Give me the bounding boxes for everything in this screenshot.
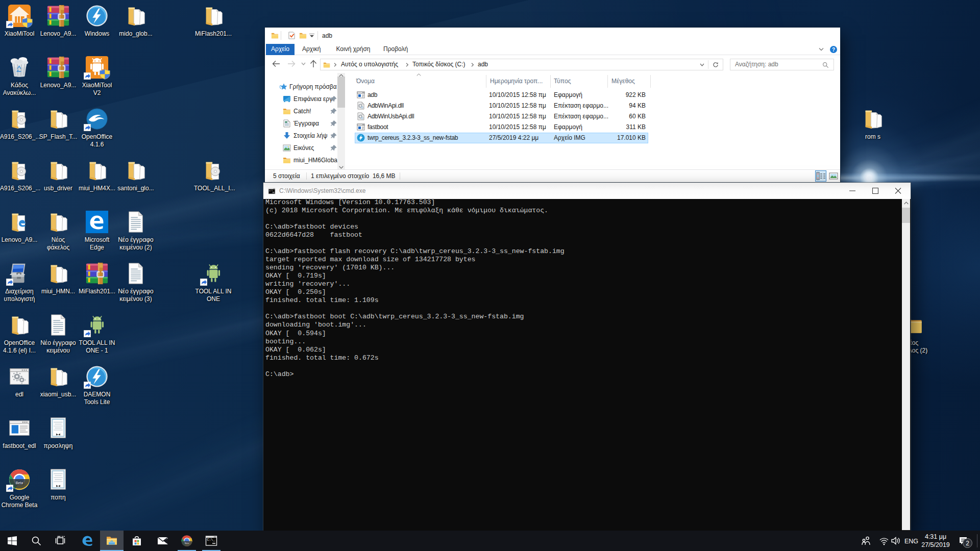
svg-text:?: ? — [832, 47, 835, 53]
